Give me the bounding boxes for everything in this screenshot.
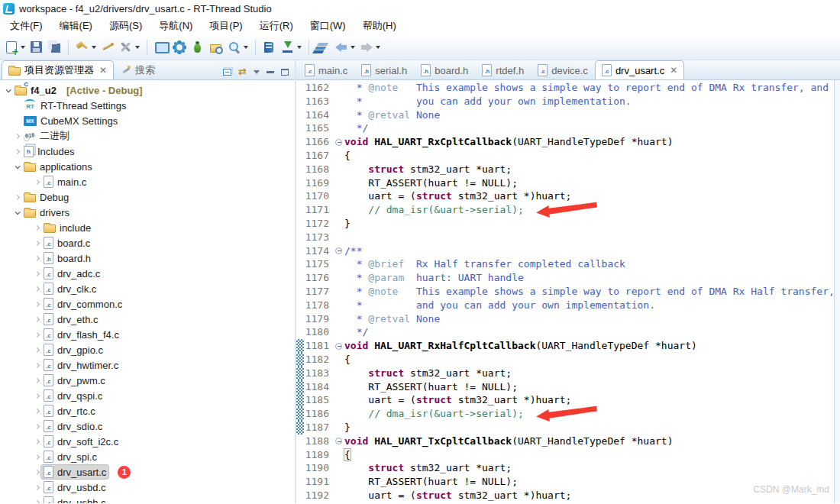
expander-open-icon[interactable] [12,165,21,169]
tree-item-core[interactable]: applications [21,160,95,173]
overview-ruler[interactable] [834,80,840,503]
tree-item-core[interactable]: 二进制 [21,128,72,144]
fold-column[interactable] [333,343,344,350]
menu-item[interactable]: 文件(F) [2,18,51,34]
tree-item-core[interactable]: drv_usart.c [41,465,108,479]
tree-item[interactable]: drv_gpio.c [0,342,295,357]
menu-item[interactable]: 窗口(W) [302,18,354,34]
fold-collapse-icon[interactable] [335,247,342,254]
expander-closed-icon[interactable] [32,379,41,383]
fold-collapse-icon[interactable] [335,343,342,350]
tree-item[interactable]: drivers [0,205,295,220]
tree-item[interactable]: RT-Thread Settings [0,98,295,113]
menu-item[interactable]: 运行(R) [251,18,302,34]
editor-tab-rtdef.h[interactable]: rtdef.h [475,60,531,79]
expander-closed-icon[interactable] [32,333,41,337]
tree-item[interactable]: drv_hwtimer.c [0,357,295,373]
editor-tab-serial.h[interactable]: serial.h [354,60,414,79]
back-button[interactable] [333,39,357,56]
new-wizard-button[interactable] [3,39,27,56]
fold-collapse-icon[interactable] [335,438,342,444]
save-all-button[interactable] [46,39,63,55]
editor-tab-main.c[interactable]: main.c [298,60,354,79]
dropdown-arrow-icon[interactable] [297,46,302,49]
tree-item[interactable]: drv_usbd.c [0,480,295,495]
bug-button[interactable] [189,39,206,56]
dropdown-arrow-icon[interactable] [244,46,248,49]
tree-item[interactable]: drv_common.c [0,296,295,312]
dropdown-arrow-icon[interactable] [92,46,96,49]
tree-item-core[interactable]: drv_usbd.c [41,480,108,494]
expander-closed-icon[interactable] [32,394,41,398]
tree-item-core[interactable]: main.c [41,175,89,189]
expander-closed-icon[interactable] [32,287,41,291]
tree-item-core[interactable]: board.c [41,236,92,250]
expander-closed-icon[interactable] [12,150,21,153]
tools-button[interactable] [118,39,141,56]
save-button[interactable] [28,39,44,55]
minimize-icon[interactable] [267,70,274,73]
tree-item-core[interactable]: CubeMX Settings [21,115,120,128]
dropdown-arrow-icon[interactable] [21,46,25,49]
tab-close-icon[interactable]: ✕ [99,66,107,75]
dropdown-arrow-icon[interactable] [135,46,140,49]
tree-item-core[interactable]: RT-Thread Settings [21,99,128,112]
fold-column[interactable] [333,247,344,254]
expander-closed-icon[interactable] [32,241,41,245]
dropdown-arrow-icon[interactable] [351,46,355,49]
tree-item[interactable]: include [0,220,295,235]
tree-item[interactable]: drv_sdio.c [0,418,295,434]
forward-button[interactable] [358,39,382,56]
tree-item-core[interactable]: drv_pwm.c [41,373,108,387]
expander-closed-icon[interactable] [32,348,41,352]
tree-item-core[interactable]: drv_flash_f4.c [41,328,121,341]
tree-item[interactable]: drv_spi.c [0,449,295,464]
tree-item-core[interactable]: drv_qspi.c [41,389,105,402]
tree-item[interactable]: drv_usbh.c [0,495,295,503]
expander-closed-icon[interactable] [32,440,41,444]
tree-item[interactable]: 二进制 [0,128,295,144]
tree-item-core[interactable]: drivers [21,206,72,219]
tree-item-core[interactable]: drv_common.c [41,297,124,311]
expander-open-icon[interactable] [12,211,21,215]
tree-item[interactable]: applications [0,159,295,174]
project-tree[interactable]: f4_u2[Active - Debug]RT-Thread SettingsC… [0,80,295,503]
menu-item[interactable]: 帮助(H) [354,18,405,34]
expander-closed-icon[interactable] [32,318,41,321]
tree-item-core[interactable]: drv_rtc.c [41,404,98,418]
menu-item[interactable]: 项目(P) [201,18,250,34]
tree-item[interactable]: drv_soft_i2c.c [0,434,295,449]
menu-item[interactable]: 编辑(E) [51,18,101,34]
terminal-button[interactable] [153,39,170,56]
editor-tab-board.h[interactable]: board.h [414,60,475,79]
tree-item-core[interactable]: drv_gpio.c [41,343,105,357]
nail-button[interactable] [99,39,116,56]
collapse-all-icon[interactable] [223,69,231,76]
fold-collapse-icon[interactable] [335,139,342,146]
tree-item-core[interactable]: drv_usbh.c [41,496,108,503]
tree-item-core[interactable]: drv_hwtimer.c [41,358,121,372]
maximize-icon[interactable] [281,69,289,76]
editor-tab-device.c[interactable]: device.c [531,60,595,79]
tree-item-core[interactable]: drv_spi.c [41,450,99,464]
expander-closed-icon[interactable] [12,195,21,199]
link-with-editor-icon[interactable]: ⇄ [238,68,247,76]
expander-closed-icon[interactable] [32,272,41,276]
tree-item-core[interactable]: board.h [41,251,93,265]
code-editor[interactable]: 1162 * @note This example shows a simple… [296,80,840,503]
gear-button[interactable] [171,39,188,56]
tree-item[interactable]: drv_eth.c [0,312,295,327]
tree-item-core[interactable]: Includes [21,145,76,158]
tree-item[interactable]: drv_qspi.c [0,388,295,403]
tree-item[interactable]: drv_adc.c [0,266,295,281]
expander-closed-icon[interactable] [32,486,41,489]
expander-closed-icon[interactable] [12,134,21,138]
tree-item[interactable]: main.c [0,174,295,189]
expander-closed-icon[interactable] [32,226,41,230]
tree-item[interactable]: drv_pwm.c [0,373,295,388]
expander-closed-icon[interactable] [32,302,41,306]
tree-item-core[interactable]: drv_adc.c [41,267,102,280]
editor-tab-drv_usart.c[interactable]: drv_usart.c✕ [595,60,684,79]
search-button[interactable] [226,39,250,56]
tab-close-icon[interactable]: ✕ [670,66,677,75]
